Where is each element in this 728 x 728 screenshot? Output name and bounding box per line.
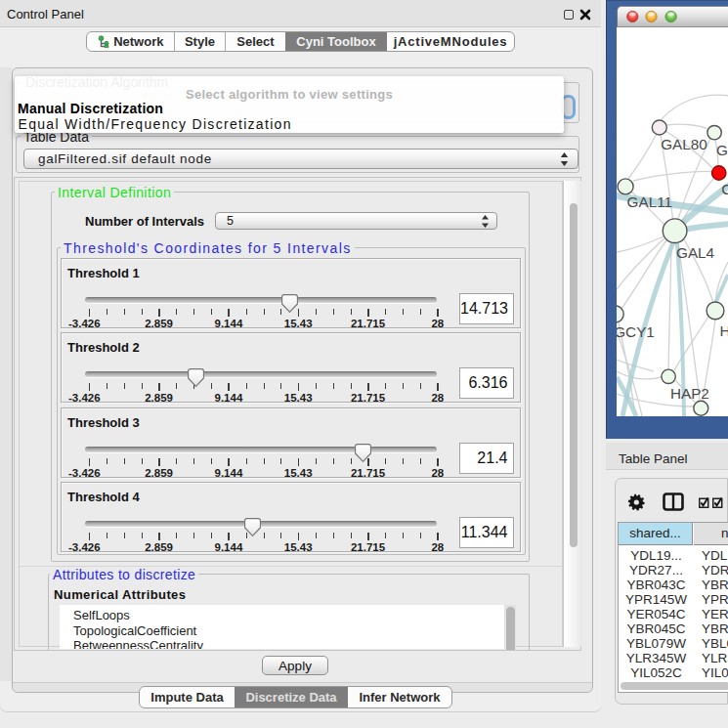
svg-text:GAL4: GAL4 (676, 244, 715, 261)
svg-text:H: H (720, 322, 728, 339)
svg-text:GAL80: GAL80 (661, 136, 707, 152)
svg-text:GA: GA (716, 142, 728, 158)
svg-text:C: C (721, 181, 728, 197)
svg-text:GCY1: GCY1 (617, 323, 655, 340)
svg-text:HAP2: HAP2 (670, 385, 709, 402)
svg-text:GAL11: GAL11 (627, 193, 673, 210)
